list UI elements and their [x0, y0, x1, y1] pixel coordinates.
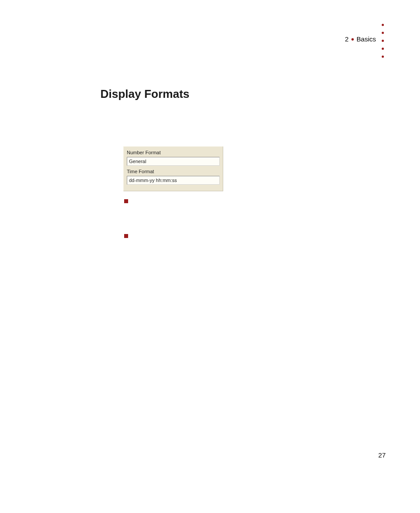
dot-icon [382, 32, 384, 34]
dot-icon [382, 48, 384, 50]
dot-icon [382, 40, 384, 42]
page: 2 ● Basics Display Formats Number Format… [0, 0, 420, 513]
number-format-field[interactable]: General [127, 157, 220, 166]
number-format-label: Number Format [124, 147, 223, 157]
formats-panel: Number Format General Time Format dd-mmm… [123, 146, 223, 191]
page-number: 27 [378, 451, 386, 459]
chapter-header: 2 ● Basics [345, 35, 376, 43]
chapter-number: 2 [345, 35, 349, 43]
bullet-icon: ● [351, 36, 354, 42]
chapter-title: Basics [357, 35, 376, 43]
square-bullet-icon [124, 234, 128, 238]
square-bullet-icon [124, 199, 128, 203]
page-title: Display Formats [100, 87, 189, 101]
dot-icon [382, 56, 384, 58]
dot-icon [382, 24, 384, 26]
time-format-label: Time Format [124, 166, 223, 176]
decorative-dots [382, 24, 384, 58]
time-format-field[interactable]: dd-mmm-yy hh:mm:ss [127, 176, 220, 185]
